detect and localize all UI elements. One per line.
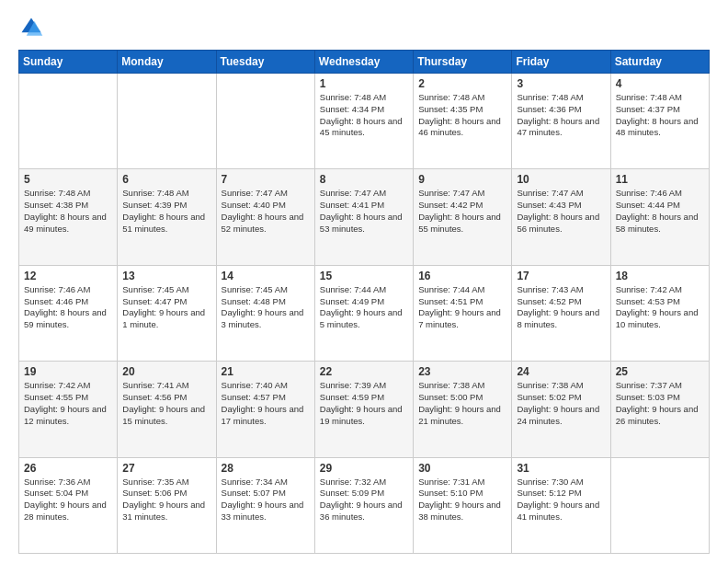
weekday-row: SundayMondayTuesdayWednesdayThursdayFrid… (19, 51, 710, 74)
day-cell: 7Sunrise: 7:47 AM Sunset: 4:40 PM Daylig… (216, 169, 314, 265)
day-info: Sunrise: 7:31 AM Sunset: 5:10 PM Dayligh… (418, 477, 506, 523)
weekday-header-friday: Friday (512, 51, 610, 74)
day-cell (19, 74, 118, 169)
day-info: Sunrise: 7:38 AM Sunset: 5:02 PM Dayligh… (517, 380, 605, 427)
day-info: Sunrise: 7:47 AM Sunset: 4:40 PM Dayligh… (222, 188, 310, 235)
day-number: 9 (418, 173, 506, 186)
day-number: 6 (122, 173, 210, 186)
day-info: Sunrise: 7:44 AM Sunset: 4:49 PM Dayligh… (320, 284, 408, 331)
day-info: Sunrise: 7:32 AM Sunset: 5:09 PM Dayligh… (320, 477, 408, 523)
day-info: Sunrise: 7:48 AM Sunset: 4:35 PM Dayligh… (418, 92, 506, 139)
day-info: Sunrise: 7:48 AM Sunset: 4:39 PM Dayligh… (122, 188, 210, 235)
day-cell: 20Sunrise: 7:41 AM Sunset: 4:56 PM Dayli… (118, 362, 216, 457)
day-number: 14 (222, 270, 310, 282)
day-number: 8 (320, 173, 408, 186)
day-number: 7 (222, 173, 310, 186)
day-info: Sunrise: 7:35 AM Sunset: 5:06 PM Dayligh… (122, 477, 210, 523)
day-number: 28 (222, 462, 310, 475)
day-cell: 23Sunrise: 7:38 AM Sunset: 5:00 PM Dayli… (414, 362, 512, 457)
day-number: 31 (517, 462, 605, 475)
day-info: Sunrise: 7:39 AM Sunset: 4:59 PM Dayligh… (320, 380, 408, 427)
day-info: Sunrise: 7:37 AM Sunset: 5:03 PM Dayligh… (616, 380, 704, 427)
day-number: 20 (122, 365, 210, 378)
day-cell: 9Sunrise: 7:47 AM Sunset: 4:42 PM Daylig… (414, 169, 512, 265)
day-cell: 8Sunrise: 7:47 AM Sunset: 4:41 PM Daylig… (314, 169, 413, 265)
day-number: 30 (418, 462, 506, 475)
day-number: 2 (418, 77, 506, 90)
day-info: Sunrise: 7:44 AM Sunset: 4:51 PM Dayligh… (418, 284, 506, 331)
day-info: Sunrise: 7:48 AM Sunset: 4:37 PM Dayligh… (616, 92, 704, 139)
day-cell: 22Sunrise: 7:39 AM Sunset: 4:59 PM Dayli… (314, 362, 413, 457)
weekday-header-tuesday: Tuesday (216, 51, 314, 74)
day-cell: 29Sunrise: 7:32 AM Sunset: 5:09 PM Dayli… (314, 457, 413, 553)
day-number: 18 (616, 270, 704, 282)
day-info: Sunrise: 7:34 AM Sunset: 5:07 PM Dayligh… (222, 477, 310, 523)
day-number: 10 (517, 173, 605, 186)
day-number: 13 (122, 270, 210, 282)
weekday-header-thursday: Thursday (414, 51, 512, 74)
day-info: Sunrise: 7:47 AM Sunset: 4:43 PM Dayligh… (517, 188, 605, 235)
day-info: Sunrise: 7:36 AM Sunset: 5:04 PM Dayligh… (24, 477, 112, 523)
week-row-5: 26Sunrise: 7:36 AM Sunset: 5:04 PM Dayli… (19, 457, 710, 553)
day-info: Sunrise: 7:47 AM Sunset: 4:41 PM Dayligh… (320, 188, 408, 235)
day-info: Sunrise: 7:46 AM Sunset: 4:44 PM Dayligh… (616, 188, 704, 235)
day-cell (118, 74, 216, 169)
day-number: 15 (320, 270, 408, 282)
day-info: Sunrise: 7:48 AM Sunset: 4:36 PM Dayligh… (517, 92, 605, 139)
day-cell: 12Sunrise: 7:46 AM Sunset: 4:46 PM Dayli… (19, 265, 118, 361)
day-cell: 15Sunrise: 7:44 AM Sunset: 4:49 PM Dayli… (314, 265, 413, 361)
day-cell: 1Sunrise: 7:48 AM Sunset: 4:34 PM Daylig… (314, 74, 413, 169)
day-info: Sunrise: 7:45 AM Sunset: 4:48 PM Dayligh… (222, 284, 310, 331)
weekday-header-sunday: Sunday (19, 51, 118, 74)
logo (18, 15, 48, 40)
day-cell: 26Sunrise: 7:36 AM Sunset: 5:04 PM Dayli… (19, 457, 118, 553)
weekday-header-saturday: Saturday (610, 51, 709, 74)
day-cell: 3Sunrise: 7:48 AM Sunset: 4:36 PM Daylig… (512, 74, 610, 169)
day-info: Sunrise: 7:41 AM Sunset: 4:56 PM Dayligh… (122, 380, 210, 427)
day-cell: 10Sunrise: 7:47 AM Sunset: 4:43 PM Dayli… (512, 169, 610, 265)
day-cell: 21Sunrise: 7:40 AM Sunset: 4:57 PM Dayli… (216, 362, 314, 457)
day-number: 23 (418, 365, 506, 378)
day-info: Sunrise: 7:40 AM Sunset: 4:57 PM Dayligh… (222, 380, 310, 427)
page: SundayMondayTuesdayWednesdayThursdayFrid… (0, 0, 728, 563)
day-cell: 13Sunrise: 7:45 AM Sunset: 4:47 PM Dayli… (118, 265, 216, 361)
calendar-body: 1Sunrise: 7:48 AM Sunset: 4:34 PM Daylig… (19, 74, 710, 554)
day-info: Sunrise: 7:45 AM Sunset: 4:47 PM Dayligh… (122, 284, 210, 331)
day-cell: 25Sunrise: 7:37 AM Sunset: 5:03 PM Dayli… (610, 362, 709, 457)
day-number: 29 (320, 462, 408, 475)
day-cell: 18Sunrise: 7:42 AM Sunset: 4:53 PM Dayli… (610, 265, 709, 361)
day-number: 17 (517, 270, 605, 282)
day-number: 26 (24, 462, 112, 475)
weekday-header-wednesday: Wednesday (314, 51, 413, 74)
day-info: Sunrise: 7:48 AM Sunset: 4:34 PM Dayligh… (320, 92, 408, 139)
day-cell: 11Sunrise: 7:46 AM Sunset: 4:44 PM Dayli… (610, 169, 709, 265)
day-cell (610, 457, 709, 553)
day-number: 12 (24, 270, 112, 282)
day-info: Sunrise: 7:46 AM Sunset: 4:46 PM Dayligh… (24, 284, 112, 331)
day-number: 19 (24, 365, 112, 378)
day-cell: 28Sunrise: 7:34 AM Sunset: 5:07 PM Dayli… (216, 457, 314, 553)
day-info: Sunrise: 7:43 AM Sunset: 4:52 PM Dayligh… (517, 284, 605, 331)
week-row-1: 1Sunrise: 7:48 AM Sunset: 4:34 PM Daylig… (19, 74, 710, 169)
day-cell: 5Sunrise: 7:48 AM Sunset: 4:38 PM Daylig… (19, 169, 118, 265)
day-info: Sunrise: 7:38 AM Sunset: 5:00 PM Dayligh… (418, 380, 506, 427)
day-number: 5 (24, 173, 112, 186)
day-number: 16 (418, 270, 506, 282)
day-info: Sunrise: 7:30 AM Sunset: 5:12 PM Dayligh… (517, 477, 605, 523)
day-cell: 4Sunrise: 7:48 AM Sunset: 4:37 PM Daylig… (610, 74, 709, 169)
calendar-header: SundayMondayTuesdayWednesdayThursdayFrid… (19, 51, 710, 74)
day-number: 3 (517, 77, 605, 90)
day-cell: 14Sunrise: 7:45 AM Sunset: 4:48 PM Dayli… (216, 265, 314, 361)
week-row-3: 12Sunrise: 7:46 AM Sunset: 4:46 PM Dayli… (19, 265, 710, 361)
day-number: 27 (122, 462, 210, 475)
day-cell: 19Sunrise: 7:42 AM Sunset: 4:55 PM Dayli… (19, 362, 118, 457)
day-cell: 31Sunrise: 7:30 AM Sunset: 5:12 PM Dayli… (512, 457, 610, 553)
week-row-4: 19Sunrise: 7:42 AM Sunset: 4:55 PM Dayli… (19, 362, 710, 457)
day-number: 21 (222, 365, 310, 378)
day-number: 4 (616, 77, 704, 90)
day-number: 22 (320, 365, 408, 378)
day-cell: 30Sunrise: 7:31 AM Sunset: 5:10 PM Dayli… (414, 457, 512, 553)
week-row-2: 5Sunrise: 7:48 AM Sunset: 4:38 PM Daylig… (19, 169, 710, 265)
header (18, 15, 710, 40)
day-info: Sunrise: 7:47 AM Sunset: 4:42 PM Dayligh… (418, 188, 506, 235)
